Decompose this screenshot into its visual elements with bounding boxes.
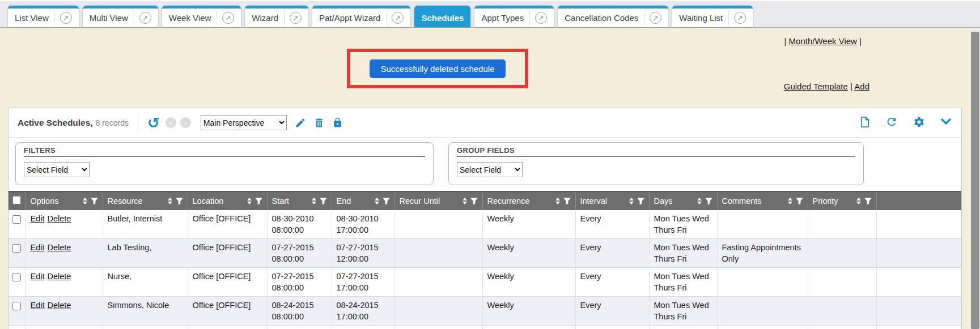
column-header-end[interactable]: End xyxy=(332,191,394,210)
row-checkbox[interactable] xyxy=(12,302,21,310)
edit-link[interactable]: Edit xyxy=(31,301,45,310)
filter-funnel-icon[interactable] xyxy=(563,198,571,205)
sort-icon[interactable] xyxy=(555,198,560,204)
cell-recur-until xyxy=(394,210,482,239)
filters-select-field[interactable]: Select Field xyxy=(24,162,90,177)
external-link-icon[interactable]: ↗ xyxy=(728,11,746,25)
external-link-icon[interactable]: ↗ xyxy=(217,11,234,25)
tab-wizard[interactable]: Wizard ↗ xyxy=(245,6,308,27)
tab-appt-types[interactable]: Appt Types ↗ xyxy=(474,6,554,27)
edit-link[interactable]: Edit xyxy=(31,272,45,281)
lock-button[interactable] xyxy=(332,117,343,128)
tab-waiting-list[interactable]: Waiting List ↗ xyxy=(672,6,753,27)
tab-pat-appt-wizard[interactable]: Pat/Appt Wizard ↗ xyxy=(312,6,410,27)
add-link[interactable]: Add xyxy=(854,82,869,91)
column-header-resource[interactable]: Resource xyxy=(103,191,188,210)
cell-resource: Vaccinator 2, xyxy=(103,326,188,329)
cell-comments xyxy=(717,268,808,297)
sort-icon[interactable] xyxy=(856,198,861,204)
cell-resource: Butler, Internist xyxy=(103,210,188,239)
cell-start: 08-24-2015 08:00:00 xyxy=(267,297,332,326)
filter-funnel-icon[interactable] xyxy=(796,198,803,205)
edit-link[interactable]: Edit xyxy=(31,243,45,252)
filter-funnel-icon[interactable] xyxy=(470,198,478,205)
delete-link[interactable]: Delete xyxy=(48,214,71,223)
row-checkbox[interactable] xyxy=(12,273,21,281)
table-row: EditDelete Simmons, Nicole Office [OFFIC… xyxy=(9,297,961,326)
filter-funnel-icon[interactable] xyxy=(637,198,644,205)
filter-funnel-icon[interactable] xyxy=(864,198,872,205)
toolbar-divider xyxy=(138,114,138,131)
next-perspective-button[interactable]: › xyxy=(180,117,191,128)
tab-list-view[interactable]: List View ↗ xyxy=(8,6,79,27)
settings-button[interactable] xyxy=(913,116,925,128)
month-week-view-link[interactable]: Month/Week View xyxy=(789,36,857,46)
cell-location: Office [OFFICE] xyxy=(188,239,267,268)
sort-icon[interactable] xyxy=(788,198,792,204)
column-header-priority[interactable]: Priority xyxy=(808,191,876,210)
sort-icon[interactable] xyxy=(629,198,634,204)
row-checkbox[interactable] xyxy=(12,244,21,253)
perspective-select[interactable]: Main Perspective xyxy=(201,115,287,130)
tab-cancellation-codes[interactable]: Cancellation Codes ↗ xyxy=(558,6,668,27)
tab-schedules[interactable]: Schedules xyxy=(414,6,470,27)
column-header-interval[interactable]: Interval xyxy=(575,191,649,210)
scrollbar-thumb[interactable] xyxy=(971,32,979,329)
external-link-icon[interactable]: ↗ xyxy=(529,11,547,25)
delete-link[interactable]: Delete xyxy=(48,243,71,252)
prev-perspective-button[interactable]: ‹ xyxy=(166,117,176,128)
column-header-options[interactable]: Options xyxy=(26,191,103,210)
collapse-button[interactable] xyxy=(940,116,952,128)
filter-funnel-icon[interactable] xyxy=(255,198,262,205)
table-row: EditDelete Lab Testing, Office [OFFICE] … xyxy=(9,239,961,268)
refresh-icon xyxy=(885,116,898,128)
column-header-recur-until[interactable]: Recur Until xyxy=(394,191,482,210)
sort-icon[interactable] xyxy=(168,198,172,204)
column-header-comments[interactable]: Comments xyxy=(717,191,808,210)
sort-icon[interactable] xyxy=(247,198,252,204)
sort-icon[interactable] xyxy=(463,198,467,204)
tab-week-view[interactable]: Week View ↗ xyxy=(162,6,241,27)
tab-multi-view[interactable]: Multi View ↗ xyxy=(83,6,158,27)
cell-comments: Fasting Appointments Only xyxy=(717,239,808,268)
filter-funnel-icon[interactable] xyxy=(705,198,712,205)
external-link-icon[interactable]: ↗ xyxy=(386,11,404,25)
new-document-button[interactable] xyxy=(859,116,871,128)
tab-label: Cancellation Codes xyxy=(565,13,638,23)
external-link-icon[interactable]: ↗ xyxy=(284,11,302,25)
select-all-checkbox[interactable] xyxy=(12,196,21,204)
edit-link[interactable]: Edit xyxy=(31,214,45,223)
month-week-view-links: | Month/Week View | xyxy=(784,36,862,46)
external-link-icon[interactable]: ↗ xyxy=(54,11,72,25)
arrow-up-right-glyph: ↗ xyxy=(650,12,661,24)
edit-perspective-button[interactable] xyxy=(295,117,306,129)
delete-link[interactable]: Delete xyxy=(48,272,71,281)
delete-perspective-button[interactable] xyxy=(313,117,325,129)
column-header-recurrence[interactable]: Recurrence xyxy=(482,191,575,210)
column-header-days[interactable]: Days xyxy=(649,191,717,210)
sort-icon[interactable] xyxy=(312,198,316,204)
cell-end: 08-24-2015 17:00:00 xyxy=(332,297,394,326)
column-header-location[interactable]: Location xyxy=(188,191,267,210)
filter-funnel-icon[interactable] xyxy=(91,198,98,205)
vertical-scrollbar[interactable] xyxy=(970,28,980,329)
external-link-icon[interactable]: ↗ xyxy=(134,11,151,25)
success-message: Successfully deleted schedule xyxy=(370,59,506,78)
delete-link[interactable]: Delete xyxy=(48,301,71,310)
sort-icon[interactable] xyxy=(697,198,702,204)
row-checkbox[interactable] xyxy=(12,215,21,224)
undo-button[interactable]: ↺ xyxy=(147,116,160,130)
table-header-row: Options Resource Location Start End xyxy=(9,191,961,210)
sort-icon[interactable] xyxy=(83,198,87,204)
external-link-icon[interactable]: ↗ xyxy=(644,11,661,25)
cell-recur-until xyxy=(394,239,482,268)
guided-template-link[interactable]: Guided Template xyxy=(784,82,848,91)
column-header-start[interactable]: Start xyxy=(267,191,332,210)
filter-funnel-icon[interactable] xyxy=(320,198,327,205)
filter-funnel-icon[interactable] xyxy=(176,198,183,205)
group-fields-select-field[interactable]: Select Field xyxy=(457,162,523,177)
column-header-label: Location xyxy=(193,196,244,206)
sort-icon[interactable] xyxy=(375,198,379,204)
filter-funnel-icon[interactable] xyxy=(383,198,390,205)
refresh-button[interactable] xyxy=(885,116,898,128)
